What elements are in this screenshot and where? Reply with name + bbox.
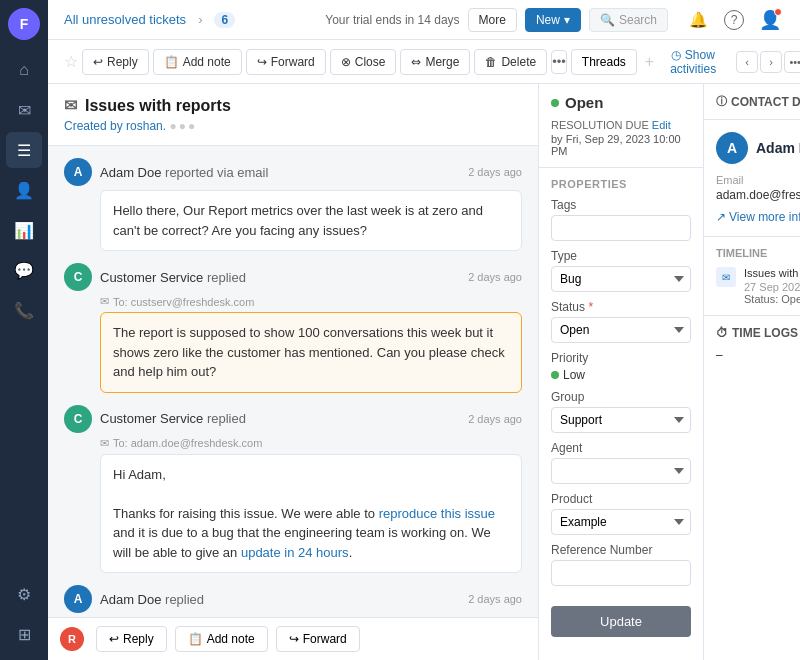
sidebar-apps-icon[interactable]: ⊞ <box>6 616 42 652</box>
new-button[interactable]: New ▾ <box>525 8 581 32</box>
notifications-icon[interactable]: 🔔 <box>684 6 712 34</box>
delete-button[interactable]: 🗑 Delete <box>474 49 547 75</box>
sidebar-contacts-icon[interactable]: 👤 <box>6 172 42 208</box>
status-select[interactable]: Open Pending Resolved Closed <box>551 317 691 343</box>
sidebar-inbox-icon[interactable]: ☰ <box>6 132 42 168</box>
topnav: All unresolved tickets › 6 Your trial en… <box>48 0 800 40</box>
add-note-icon: 📋 <box>188 632 203 646</box>
ticket-details-panel: Open RESOLUTION DUE Edit by Fri, Sep 29,… <box>538 84 703 660</box>
sender-row: A Adam Doe replied 2 days ago <box>64 585 522 613</box>
forward-label: Forward <box>303 632 347 646</box>
resolution-due-label: RESOLUTION DUE <box>551 119 649 131</box>
creator-name[interactable]: roshan. <box>126 119 166 133</box>
reply-label: Reply <box>123 632 154 646</box>
type-select[interactable]: Bug Feature Request Question <box>551 266 691 292</box>
creator-suffix: ●●● <box>169 119 197 133</box>
help-icon[interactable]: ? <box>720 6 748 34</box>
ticket-count-badge: 6 <box>214 12 235 28</box>
sender-name: Adam Doe reported via email <box>100 165 268 180</box>
message-bubble: Hello there, Our Report metrics over the… <box>100 190 522 251</box>
breadcrumb-separator: › <box>198 12 202 27</box>
resolution-due-row: RESOLUTION DUE Edit <box>551 119 691 131</box>
info-icon: ⓘ <box>716 94 727 109</box>
sender-row: A Adam Doe reported via email 2 days ago <box>64 158 522 186</box>
status-text: Open <box>565 94 603 111</box>
email-icon: ✉ <box>100 437 109 450</box>
ticket-toolbar: ☆ ↩ Reply 📋 Add note ↪ Forward ⊗ Close ⇔… <box>48 40 800 84</box>
status-dot <box>551 99 559 107</box>
priority-label: Priority <box>551 351 691 365</box>
nav-prev-button[interactable]: ‹ <box>736 51 758 73</box>
sidebar-home-icon[interactable]: ⌂ <box>6 52 42 88</box>
sidebar-ticket-icon[interactable]: ✉ <box>6 92 42 128</box>
group-select[interactable]: Support Engineering Sales <box>551 407 691 433</box>
contact-name[interactable]: Adam Doe <box>756 140 800 156</box>
ref-input[interactable] <box>551 560 691 586</box>
view-more-link[interactable]: ↗ View more info <box>716 210 800 224</box>
status-section: Open RESOLUTION DUE Edit by Fri, Sep 29,… <box>539 84 703 168</box>
messages-list: A Adam Doe reported via email 2 days ago… <box>48 146 538 617</box>
contact-details-title: ⓘ CONTACT DETAILS <box>716 94 800 109</box>
forward-button[interactable]: ↪ Forward <box>276 626 360 652</box>
update-button[interactable]: Update <box>551 606 691 637</box>
email-label: Email <box>716 174 800 186</box>
status-label: Status * <box>551 300 691 314</box>
more-button[interactable]: More <box>468 8 517 32</box>
timeline-title[interactable]: Issues with reports #6 <box>744 267 800 279</box>
contact-email: adam.doe@freshdesk.com <box>716 188 800 202</box>
message-bubble: ✉ To: custserv@freshdesk.com The report … <box>100 295 522 393</box>
message-item: C Customer Service replied 2 days ago ✉ … <box>64 263 522 393</box>
ticket-title-row: ✉ Issues with reports <box>64 96 522 115</box>
sidebar-chat-icon[interactable]: 💬 <box>6 252 42 288</box>
close-icon: ⊗ <box>341 55 351 69</box>
star-button[interactable]: ☆ <box>64 52 78 71</box>
sidebar-settings-icon[interactable]: ⚙ <box>6 576 42 612</box>
close-button[interactable]: ⊗ Close <box>330 49 397 75</box>
message-item: A Adam Doe reported via email 2 days ago… <box>64 158 522 251</box>
nav-next-button[interactable]: › <box>760 51 782 73</box>
show-activities-icon: ◷ <box>671 48 684 62</box>
tags-input[interactable] <box>551 215 691 241</box>
search-bar[interactable]: 🔍 Search <box>589 8 668 32</box>
reply-button[interactable]: ↩ Reply <box>82 49 149 75</box>
add-note-button[interactable]: 📋 Add note <box>175 626 268 652</box>
threads-button[interactable]: Threads <box>571 49 637 75</box>
created-by-label: Created by <box>64 119 123 133</box>
reply-button[interactable]: ↩ Reply <box>96 626 167 652</box>
sidebar-phone-icon[interactable]: 📞 <box>6 292 42 328</box>
sidebar-reports-icon[interactable]: 📊 <box>6 212 42 248</box>
required-marker: * <box>588 300 593 314</box>
product-select[interactable]: Example <box>551 509 691 535</box>
time-logs-label: TIME LOGS <box>732 326 798 340</box>
trial-text: Your trial ends in 14 days <box>325 13 459 27</box>
message-time: 2 days ago <box>468 271 522 283</box>
type-label: Type <box>551 249 691 263</box>
priority-row: Low <box>551 368 691 382</box>
resolution-edit-link[interactable]: Edit <box>652 119 671 131</box>
ticket-title-text: Issues with reports <box>85 97 231 115</box>
avatar: A <box>64 585 92 613</box>
merge-icon: ⇔ <box>411 55 421 69</box>
agent-select[interactable] <box>551 458 691 484</box>
add-note-label: Add note <box>183 55 231 69</box>
forward-button[interactable]: ↪ Forward <box>246 49 326 75</box>
app-logo[interactable]: F <box>8 8 40 40</box>
add-note-button[interactable]: 📋 Add note <box>153 49 242 75</box>
show-activities-button[interactable]: ◷ Show activities <box>662 43 724 81</box>
envelope-icon: ✉ <box>64 96 77 115</box>
more-options-button[interactable]: ••• <box>551 50 567 74</box>
message-body: Hi Adam,Thanks for raising this issue. W… <box>100 454 522 574</box>
breadcrumb-link[interactable]: All unresolved tickets <box>64 12 186 27</box>
merge-label: Merge <box>425 55 459 69</box>
email-meta: ✉ To: custserv@freshdesk.com <box>100 295 522 308</box>
timeline-ticket-icon: ✉ <box>716 267 736 287</box>
search-icon: 🔍 <box>600 13 615 27</box>
notification-badge <box>774 8 782 16</box>
nav-arrows: ‹ › ••• <box>736 51 800 73</box>
email-icon: ✉ <box>100 295 109 308</box>
merge-button[interactable]: ⇔ Merge <box>400 49 470 75</box>
priority-value: Low <box>563 368 585 382</box>
nav-more-button[interactable]: ••• <box>784 51 800 73</box>
contact-avatar-row: A Adam Doe <box>716 132 800 164</box>
user-menu-icon[interactable]: 👤 <box>756 6 784 34</box>
